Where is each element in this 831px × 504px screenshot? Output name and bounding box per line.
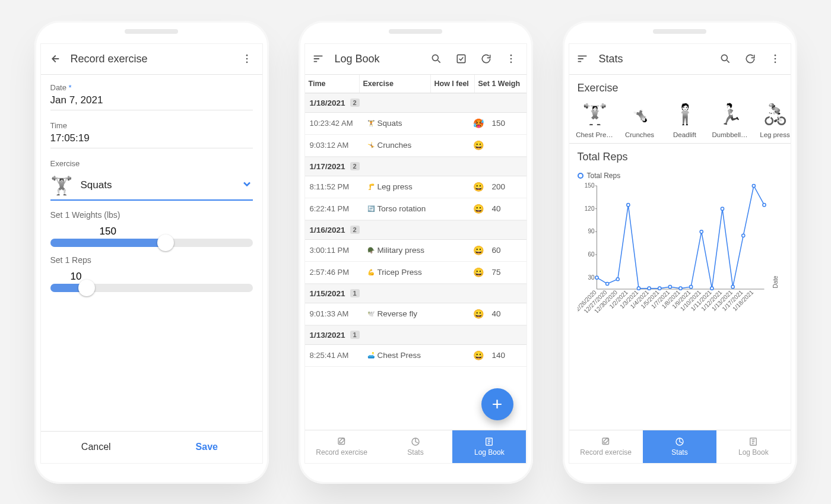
tab-stats[interactable]: Stats [379,430,452,463]
svg-point-34 [668,285,671,288]
tab-stats[interactable]: Stats [643,430,716,463]
slider-thumb[interactable] [157,234,174,251]
svg-point-42 [752,184,755,187]
slider-thumb[interactable] [78,280,95,296]
svg-point-35 [678,287,681,290]
page-title: Stats [599,53,709,65]
col-feel[interactable]: How I feel [431,75,475,93]
more-icon[interactable] [239,50,255,67]
reps-slider[interactable]: Set 1 Reps 10 [41,248,262,293]
time-label: Time [50,121,253,130]
svg-point-12 [774,55,776,56]
date-row[interactable]: 1/17/20212 [305,157,526,176]
more-icon[interactable] [767,50,784,67]
time-field[interactable]: Time 17:05:19 [41,113,262,151]
col-weight[interactable]: Set 1 Weigh [475,75,526,93]
svg-point-28 [605,282,608,285]
refresh-icon[interactable] [742,50,759,67]
svg-point-38 [710,287,713,290]
log-row[interactable]: 9:03:12 AM🤸Crunches😀 [305,135,526,157]
legend-label: Total Reps [587,172,621,180]
topbar: Record exercise [41,44,262,75]
svg-point-0 [246,55,248,56]
search-icon[interactable] [428,50,445,67]
exercise-card[interactable]: 🚴Leg press [756,99,791,138]
reps-slider-label: Set 1 Reps [50,255,253,265]
svg-point-40 [731,285,734,288]
log-row[interactable]: 10:23:42 AM🏋️Squats🥵150 [305,113,526,135]
svg-text:120: 120 [584,205,594,211]
log-row[interactable]: 2:57:46 PM💪Tricep Press😀75 [305,262,526,284]
svg-rect-4 [457,55,465,62]
time-value: 17:05:19 [50,132,253,148]
add-button[interactable]: + [481,388,513,420]
col-time[interactable]: Time [305,75,360,93]
svg-text:150: 150 [584,182,594,189]
chevron-down-icon [241,178,253,192]
menu-icon[interactable] [574,50,591,67]
chart-legend: Total Reps [578,172,782,180]
exercise-field[interactable]: Exercise 🏋️ Squats [41,151,262,203]
more-icon[interactable] [503,50,519,67]
log-headers: Time Exercise How I feel Set 1 Weigh [305,75,526,93]
save-button[interactable]: Save [151,432,262,463]
date-row[interactable]: 1/16/20212 [305,220,526,240]
log-row[interactable]: 9:01:33 AM🕊️Reverse fly😀40 [305,303,526,325]
log-row[interactable]: 8:25:41 AM🛋️Chest Press😀140 [305,345,526,367]
date-row[interactable]: 1/18/20212 [305,93,526,113]
log-list[interactable]: 1/18/2021210:23:42 AM🏋️Squats🥵1509:03:12… [305,93,526,430]
svg-point-32 [648,287,651,290]
svg-point-29 [616,277,619,280]
exercise-label: Exercise [50,159,253,168]
weight-slider-value: 150 [50,226,166,237]
svg-point-2 [246,62,248,64]
date-field[interactable]: Date Jan 7, 2021 [41,75,262,113]
exercise-strip[interactable]: 🏋️Chest Pre…🤸Crunches🧍Deadlift🏃Dumbbell…… [569,99,791,144]
page-title: Log Book [335,53,420,65]
col-exercise[interactable]: Exercise [360,75,431,93]
exercise-card[interactable]: 🤸Crunches [620,99,659,138]
svg-point-36 [689,285,692,288]
tab-logbook[interactable]: Log Book [452,430,526,463]
svg-point-5 [510,55,512,56]
phone-log-book: Log Book Time Exercise How I feel Set 1 … [299,21,533,484]
record-form: Date Jan 7, 2021 Time 17:05:19 Exercise … [41,75,262,463]
phone-record-exercise: Record exercise Date Jan 7, 2021 Time 17… [34,21,269,484]
weight-slider[interactable]: Set 1 Weights (lbs) 150 [41,203,262,248]
search-icon[interactable] [717,50,734,67]
tab-logbook[interactable]: Log Book [716,430,790,463]
bottom-nav: Record exercise Stats Log Book [569,430,791,463]
total-reps-chart: 30609012015012/26/202012/27/202012/30/20… [578,182,782,313]
legend-marker-icon [578,173,583,179]
svg-point-7 [510,62,512,64]
date-value: Jan 7, 2021 [50,94,253,110]
svg-point-27 [595,276,598,279]
date-row[interactable]: 1/15/20211 [305,284,526,303]
log-row[interactable]: 6:22:41 PM🔄Torso rotation😀40 [305,198,526,220]
menu-icon[interactable] [310,50,326,67]
exercise-card[interactable]: 🏋️Chest Pre… [575,99,614,138]
tab-record[interactable]: Record exercise [569,430,643,463]
date-row[interactable]: 1/13/20211 [305,325,526,345]
svg-point-31 [637,287,640,290]
back-icon[interactable] [46,50,62,67]
exercise-value: Squats [81,179,112,191]
svg-text:Date: Date [772,275,778,289]
svg-point-6 [510,58,512,60]
cancel-button[interactable]: Cancel [41,432,152,463]
exercise-card[interactable]: 🏃Dumbbell… [711,99,750,138]
svg-point-43 [762,203,765,206]
checkbox-icon[interactable] [453,50,470,67]
log-row[interactable]: 8:11:52 PM🦵Leg press😀200 [305,176,526,198]
form-actions: Cancel Save [41,431,262,463]
topbar: Stats [569,44,791,75]
refresh-icon[interactable] [478,50,494,67]
svg-point-11 [721,55,727,61]
svg-point-39 [721,207,724,210]
exercise-card[interactable]: 🧍Deadlift [665,99,705,138]
svg-point-30 [626,203,629,206]
tab-record[interactable]: Record exercise [305,430,379,463]
reps-slider-value: 10 [50,271,253,283]
section-chart-title: Total Reps [569,144,791,168]
log-row[interactable]: 3:00:11 PM🪖Military press😀60 [305,240,526,262]
